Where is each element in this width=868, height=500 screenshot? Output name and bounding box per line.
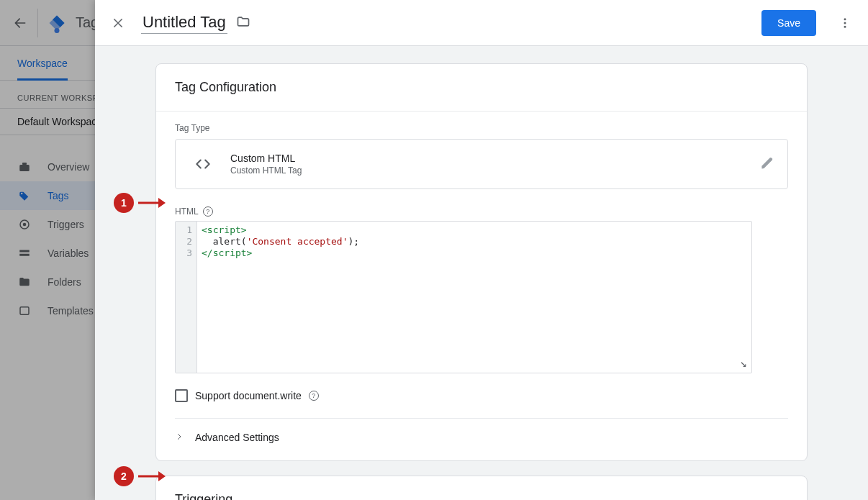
tag-type-sub: Custom HTML Tag	[230, 165, 747, 176]
line-gutter: 1 2 3	[176, 222, 197, 373]
help-icon[interactable]: ?	[309, 391, 319, 401]
code-content[interactable]: <script> alert('Consent accepted'); </sc…	[197, 222, 751, 373]
tag-type-selector[interactable]: Custom HTML Custom HTML Tag	[175, 139, 788, 189]
close-button[interactable]	[104, 9, 132, 37]
checkbox-icon[interactable]	[175, 389, 188, 402]
tag-type-label: Tag Type	[175, 123, 788, 133]
resize-handle-icon[interactable]: ↘	[740, 356, 747, 370]
more-vert-icon	[838, 17, 851, 29]
help-icon[interactable]: ?	[203, 206, 213, 217]
tag-name-input[interactable]: Untitled Tag	[141, 12, 227, 34]
edit-icon[interactable]	[760, 156, 774, 173]
svg-point-9	[844, 18, 846, 20]
tag-type-name: Custom HTML	[230, 153, 747, 164]
card-title: Triggering	[156, 476, 807, 500]
close-icon	[112, 17, 125, 29]
html-code-editor[interactable]: 1 2 3 <script> alert('Consent accepted')…	[175, 221, 752, 373]
advanced-settings-toggle[interactable]: Advanced Settings	[175, 419, 788, 443]
save-button[interactable]: Save	[761, 10, 816, 36]
card-title: Tag Configuration	[156, 64, 807, 112]
chevron-right-icon	[175, 432, 185, 443]
tag-editor-panel: Untitled Tag Save Tag Configuration Tag …	[95, 0, 868, 500]
svg-point-10	[844, 22, 846, 24]
triggering-card[interactable]: Triggering	[155, 476, 808, 500]
html-label: HTML	[175, 206, 199, 217]
panel-body: Tag Configuration Tag Type Custom HTML C…	[95, 46, 868, 500]
advanced-label: Advanced Settings	[195, 432, 279, 443]
code-icon	[189, 150, 217, 178]
tag-config-card: Tag Configuration Tag Type Custom HTML C…	[155, 63, 808, 461]
svg-point-11	[844, 25, 846, 27]
more-menu-button[interactable]	[831, 9, 859, 37]
folder-select-icon[interactable]	[236, 14, 250, 31]
checkbox-label: Support document.write	[195, 390, 302, 401]
panel-header: Untitled Tag Save	[95, 0, 868, 46]
document-write-row[interactable]: Support document.write ?	[175, 389, 788, 402]
